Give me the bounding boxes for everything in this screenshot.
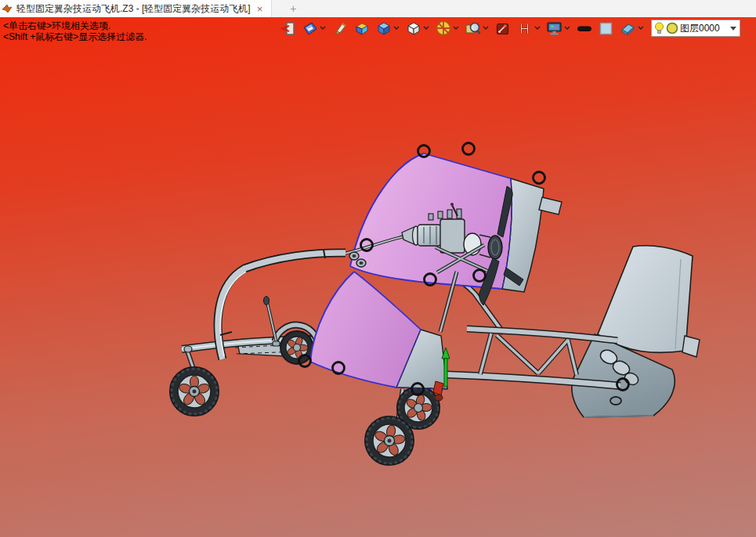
document-tab[interactable]: 轻型固定翼杂技运动飞机.Z3 - [轻型固定翼杂技运动飞机] × <box>0 0 272 17</box>
section-pie-dropdown-icon[interactable] <box>452 20 459 37</box>
new-tab-button[interactable]: + <box>283 0 303 17</box>
display-icon[interactable] <box>546 20 562 37</box>
layer-color-icon <box>666 22 678 34</box>
zoom-box-icon[interactable] <box>465 20 481 37</box>
section-h-dropdown-icon[interactable] <box>534 20 541 37</box>
shaded-cube-dropdown-icon[interactable] <box>392 20 400 37</box>
combo-arrow-icon[interactable] <box>730 27 736 31</box>
bulb-icon <box>654 22 664 35</box>
color-box-icon[interactable] <box>353 20 370 37</box>
tab-close-button[interactable]: × <box>255 4 266 14</box>
color-swatch-icon[interactable] <box>598 20 614 37</box>
shaded-cube-icon[interactable] <box>375 20 392 37</box>
tab-bar: 轻型固定翼杂技运动飞机.Z3 - [轻型固定翼杂技运动飞机] × + <box>0 0 756 18</box>
pen-icon[interactable] <box>331 20 348 37</box>
app-icon <box>2 3 13 14</box>
selection-frame-icon[interactable] <box>494 20 511 37</box>
viewport-canvas[interactable]: <单击右键>环境相关选项. <Shift +鼠标右键>显示选择过滤器. <box>0 17 756 537</box>
wireframe-cube-icon[interactable] <box>405 20 421 37</box>
hint-line-1: <单击右键>环境相关选项. <box>3 20 147 31</box>
viewport-hints: <单击右键>环境相关选项. <Shift +鼠标右键>显示选择过滤器. <box>3 20 147 42</box>
lower-wing[interactable] <box>310 272 447 389</box>
front-left-wheel[interactable] <box>170 367 219 416</box>
notebook-icon[interactable] <box>302 20 318 37</box>
aircraft-model[interactable] <box>0 17 756 537</box>
eraser-dropdown-icon[interactable] <box>637 20 644 37</box>
rear-left-wheel[interactable] <box>365 416 414 465</box>
tab-separator <box>272 0 283 17</box>
view-toolbar: 图层0000 <box>280 20 740 37</box>
exit-icon[interactable] <box>280 20 296 37</box>
eraser-icon[interactable] <box>620 20 636 37</box>
line-width-icon[interactable] <box>576 20 592 37</box>
zoom-box-dropdown-icon[interactable] <box>482 20 489 37</box>
wireframe-cube-dropdown-icon[interactable] <box>422 20 429 37</box>
notebook-dropdown-icon[interactable] <box>319 20 326 37</box>
section-pie-icon[interactable] <box>435 20 451 37</box>
layer-combobox[interactable]: 图层0000 <box>651 20 740 37</box>
display-dropdown-icon[interactable] <box>563 20 570 37</box>
red-fitting-marker[interactable] <box>433 381 443 401</box>
tab-title: 轻型固定翼杂技运动飞机.Z3 - [轻型固定翼杂技运动飞机] <box>16 2 251 16</box>
layer-name: 图层0000 <box>680 22 729 35</box>
zw3d-window: 轻型固定翼杂技运动飞机.Z3 - [轻型固定翼杂技运动飞机] × + <box>0 0 756 537</box>
hint-line-2: <Shift +鼠标右键>显示选择过滤器. <box>3 31 147 42</box>
section-h-icon[interactable] <box>516 20 533 37</box>
